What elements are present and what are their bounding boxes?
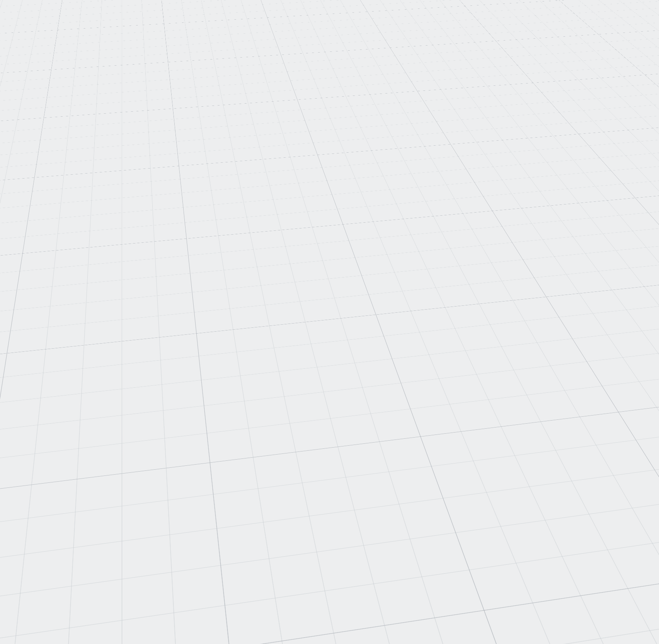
viewports-button[interactable]: ▾ xyxy=(436,559,449,569)
timeline-feature-icon-2-glyph xyxy=(15,630,24,639)
display-settings-icon xyxy=(410,560,418,567)
boss-2[interactable] xyxy=(328,214,368,347)
boss-1[interactable] xyxy=(268,221,308,354)
timeline-feature-icon-3-glyph xyxy=(27,630,36,639)
timeline-feature-icon-3[interactable] xyxy=(26,629,36,639)
model-scene xyxy=(0,0,659,644)
orbit-icon xyxy=(348,560,356,567)
look-at-button[interactable] xyxy=(361,559,371,569)
timeline-panel xyxy=(0,624,61,644)
chevron-down-icon: ▾ xyxy=(418,562,420,566)
pan-icon xyxy=(374,560,381,567)
viewports-icon xyxy=(438,560,445,567)
chevron-down-icon: ▾ xyxy=(446,562,448,566)
chevron-down-icon: ▾ xyxy=(356,562,358,566)
3d-viewport[interactable]: ▾ ▾ xyxy=(0,0,659,644)
timeline-feature-icon-2[interactable] xyxy=(14,629,24,639)
chevron-down-icon: ▾ xyxy=(405,562,407,566)
fit-button[interactable]: ▾ xyxy=(395,559,408,569)
timeline-feature-icon-4[interactable] xyxy=(38,629,48,639)
grid-settings-button[interactable]: ▾ xyxy=(423,559,436,569)
orbit-button[interactable]: ▾ xyxy=(347,559,359,569)
pan-button[interactable] xyxy=(372,559,383,569)
grid-icon xyxy=(424,560,432,567)
zoom-icon xyxy=(385,560,393,567)
chevron-down-icon: ▾ xyxy=(432,562,434,566)
fit-icon xyxy=(397,560,404,567)
model-hole[interactable] xyxy=(197,286,218,305)
display-settings-button[interactable]: ▾ xyxy=(409,559,422,569)
timeline-feature-icon-1[interactable] xyxy=(2,629,12,639)
look-at-icon xyxy=(362,560,370,567)
timeline-feature-icon-1-glyph xyxy=(3,630,12,639)
timeline-playhead[interactable] xyxy=(53,626,54,642)
boss-3[interactable] xyxy=(387,207,426,341)
timeline-feature-icon-4-glyph xyxy=(39,630,48,639)
model-body[interactable] xyxy=(140,181,455,370)
view-navigation-toolbar: ▾ ▾ xyxy=(347,557,449,570)
zoom-button[interactable] xyxy=(384,559,394,569)
